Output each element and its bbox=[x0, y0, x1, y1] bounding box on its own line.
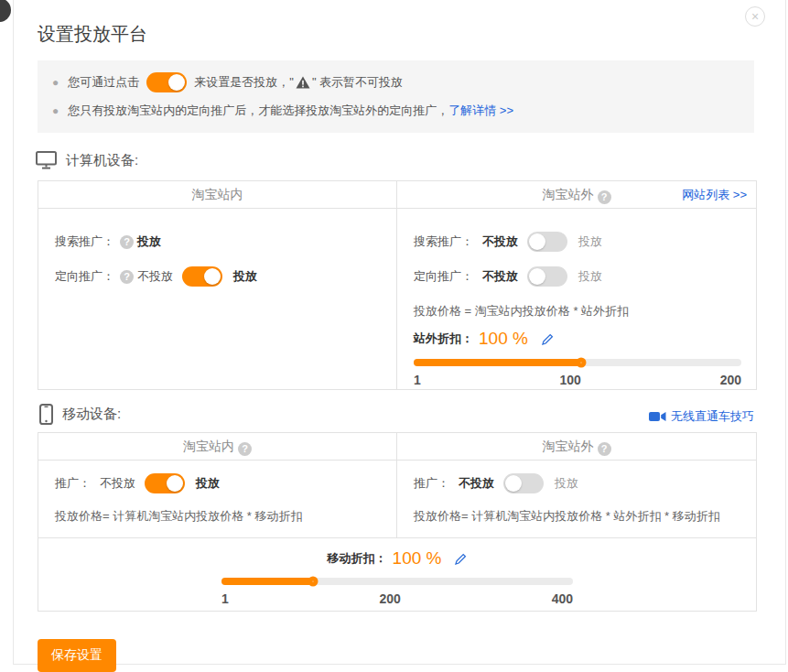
state-off-label: 不投放 bbox=[459, 475, 494, 492]
header-label: 淘宝站内 bbox=[183, 439, 234, 453]
mobile-table-header: 淘宝站内 淘宝站外 bbox=[38, 433, 756, 461]
computer-onsite-cell: 搜索推广： 投放 定向推广： 不投放 投放 bbox=[38, 209, 397, 389]
tick-min: 1 bbox=[221, 591, 229, 606]
slider-fill bbox=[221, 578, 313, 585]
computer-onsite-target-toggle[interactable] bbox=[182, 266, 222, 287]
notice-text: " 表示暂不可投放 bbox=[312, 72, 403, 92]
computer-table-header: 淘宝站内 淘宝站外 网站列表 >> bbox=[38, 181, 756, 209]
state-off-label: 不投放 bbox=[482, 268, 518, 285]
tick-mid: 100 bbox=[560, 373, 581, 387]
wireless-tips-link[interactable]: 无线直通车技巧 bbox=[649, 408, 754, 425]
header-label: 淘宝站外 bbox=[543, 187, 594, 201]
row-label: 推广： bbox=[55, 475, 91, 492]
computer-onsite-header: 淘宝站内 bbox=[38, 181, 397, 208]
notice-text: 来设置是否投放，" bbox=[194, 72, 294, 92]
notice-line-1: ● 您可通过点击 来设置是否投放，" " 表示暂不可投放 bbox=[52, 72, 739, 92]
edit-pencil-icon[interactable] bbox=[541, 332, 554, 346]
mobile-slider-ticks: 1 200 400 bbox=[221, 591, 573, 606]
monitor-icon bbox=[36, 151, 57, 169]
computer-onsite-target-row: 定向推广： 不投放 投放 bbox=[55, 266, 382, 287]
tick-max: 400 bbox=[552, 591, 573, 606]
state-on-label: 投放 bbox=[578, 268, 602, 285]
state-off-label: 不投放 bbox=[100, 475, 135, 492]
discount-value: 100 % bbox=[393, 548, 442, 569]
computer-onsite-search-row: 搜索推广： 投放 bbox=[55, 231, 382, 253]
learn-more-link[interactable]: 了解详情 >> bbox=[448, 101, 513, 121]
help-icon[interactable] bbox=[598, 190, 611, 204]
notice-text: 您可通过点击 bbox=[68, 72, 139, 92]
offsite-price-formula: 投放价格 = 淘宝站内投放价格 * 站外折扣 bbox=[414, 300, 741, 322]
offsite-discount-slider[interactable] bbox=[414, 359, 741, 366]
computer-offsite-header: 淘宝站外 网站列表 >> bbox=[397, 181, 756, 208]
computer-offsite-target-toggle[interactable] bbox=[527, 266, 567, 287]
header-label: 淘宝站内 bbox=[192, 187, 243, 201]
mobile-discount-band: 移动折扣： 100 % 1 200 400 bbox=[38, 537, 756, 611]
bullet-icon: ● bbox=[52, 72, 59, 92]
mobile-onsite-toggle[interactable] bbox=[145, 473, 185, 493]
close-icon[interactable]: × bbox=[745, 6, 765, 27]
state-on-label: 投放 bbox=[196, 475, 220, 492]
offsite-slider-ticks: 1 100 200 bbox=[414, 373, 741, 387]
slider-handle[interactable] bbox=[308, 577, 318, 587]
mobile-offsite-header: 淘宝站外 bbox=[397, 433, 756, 460]
mobile-slider-wrap: 1 200 400 bbox=[221, 578, 573, 606]
mobile-discount-slider[interactable] bbox=[221, 578, 573, 585]
mobile-offsite-price-formula: 投放价格= 计算机淘宝站内投放价格 * 站外折扣 * 移动折扣 bbox=[414, 505, 741, 527]
header-label: 淘宝站外 bbox=[543, 439, 594, 453]
bullet-icon: ● bbox=[52, 101, 59, 121]
computer-offsite-search-row: 搜索推广： 不投放 投放 bbox=[414, 231, 741, 253]
page-title: 设置投放平台 bbox=[38, 22, 765, 47]
mobile-table: 淘宝站内 淘宝站外 推广： 不投放 投放 投放价格= 计算机淘宝站内投放价格 *… bbox=[38, 432, 757, 612]
mobile-section-row: 移动设备: 无线直通车技巧 bbox=[38, 403, 765, 425]
mobile-table-body: 推广： 不投放 投放 投放价格= 计算机淘宝站内投放价格 * 移动折扣 推广： … bbox=[38, 461, 756, 537]
help-icon[interactable] bbox=[120, 270, 134, 284]
row-label: 定向推广： bbox=[414, 268, 473, 285]
tick-min: 1 bbox=[414, 373, 421, 387]
mobile-offsite-promo-row: 推广： 不投放 投放 bbox=[414, 472, 741, 494]
discount-label: 移动折扣： bbox=[328, 550, 387, 567]
mobile-section-title: 移动设备: bbox=[62, 406, 121, 423]
computer-table: 淘宝站内 淘宝站外 网站列表 >> 搜索推广： 投放 定向推广： 不投放 bbox=[38, 180, 757, 390]
help-icon[interactable] bbox=[120, 235, 134, 249]
mobile-offsite-cell: 推广： 不投放 投放 投放价格= 计算机淘宝站内投放价格 * 站外折扣 * 移动… bbox=[397, 461, 756, 537]
help-icon[interactable] bbox=[598, 442, 611, 456]
row-label: 搜索推广： bbox=[414, 233, 473, 250]
set-platform-dialog: × 设置投放平台 ● 您可通过点击 来设置是否投放，" " 表示暂不可投放 ● … bbox=[13, 0, 786, 665]
site-list-link[interactable]: 网站列表 >> bbox=[682, 181, 747, 208]
slider-fill bbox=[414, 359, 581, 366]
video-camera-icon bbox=[649, 411, 666, 422]
computer-offsite-target-row: 定向推广： 不投放 投放 bbox=[414, 266, 741, 287]
mobile-onsite-promo-row: 推广： 不投放 投放 bbox=[55, 472, 382, 494]
notice-line-2: ● 您只有投放淘宝站内的定向推广后，才能选择投放淘宝站外的定向推广， 了解详情 … bbox=[52, 101, 739, 121]
notice-box: ● 您可通过点击 来设置是否投放，" " 表示暂不可投放 ● 您只有投放淘宝站内… bbox=[38, 60, 754, 133]
discount-value: 100 % bbox=[479, 329, 528, 349]
mobile-onsite-header: 淘宝站内 bbox=[38, 433, 397, 460]
wireless-tips-label: 无线直通车技巧 bbox=[671, 408, 754, 425]
state-off-label: 不投放 bbox=[137, 268, 173, 285]
row-label: 推广： bbox=[414, 475, 449, 492]
state-on-label: 投放 bbox=[555, 475, 578, 492]
mobile-offsite-toggle[interactable] bbox=[503, 473, 544, 493]
tick-mid: 200 bbox=[380, 591, 401, 606]
edit-pencil-icon[interactable] bbox=[454, 552, 467, 566]
save-settings-button[interactable]: 保存设置 bbox=[38, 639, 116, 672]
warning-icon bbox=[296, 76, 310, 89]
phone-icon bbox=[39, 404, 53, 425]
state-on-label: 投放 bbox=[578, 233, 602, 250]
mobile-discount-row: 移动折扣： 100 % bbox=[38, 547, 756, 570]
mobile-onsite-cell: 推广： 不投放 投放 投放价格= 计算机淘宝站内投放价格 * 移动折扣 bbox=[38, 461, 397, 537]
discount-label: 站外折扣： bbox=[414, 331, 473, 347]
mobile-onsite-price-formula: 投放价格= 计算机淘宝站内投放价格 * 移动折扣 bbox=[55, 505, 382, 527]
computer-table-body: 搜索推广： 投放 定向推广： 不投放 投放 搜索推广： 不投放 投放 bbox=[38, 209, 756, 389]
computer-section-header: 计算机设备: bbox=[36, 149, 765, 171]
tick-max: 200 bbox=[720, 373, 741, 387]
computer-offsite-search-toggle[interactable] bbox=[527, 232, 567, 252]
state-off-label: 不投放 bbox=[482, 233, 518, 250]
mobile-section-header: 移动设备: bbox=[39, 403, 121, 425]
background-avatar bbox=[0, 0, 11, 22]
computer-section-title: 计算机设备: bbox=[66, 152, 138, 169]
slider-handle[interactable] bbox=[576, 358, 586, 368]
example-toggle[interactable] bbox=[146, 72, 187, 92]
notice-text: 您只有投放淘宝站内的定向推广后，才能选择投放淘宝站外的定向推广， bbox=[68, 101, 448, 121]
help-icon[interactable] bbox=[238, 442, 252, 456]
